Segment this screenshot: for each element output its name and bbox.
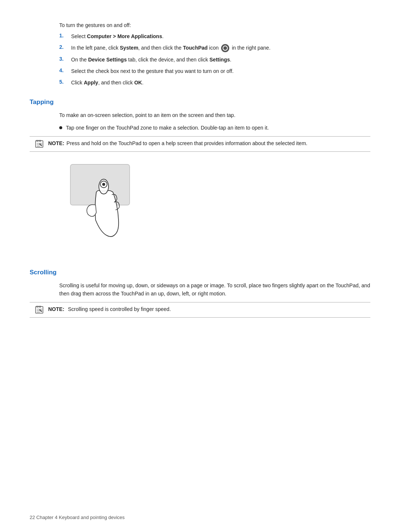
- step-4: 4. Select the check box next to the gest…: [59, 67, 370, 75]
- tapping-note-box: NOTE:Press and hold on the TouchPad to o…: [30, 136, 370, 152]
- scrolling-note-content: Scrolling speed is controlled by finger …: [68, 306, 171, 312]
- tapping-bullet-1: Tap one finger on the TouchPad zone to m…: [59, 124, 370, 132]
- tapping-bullets: Tap one finger on the TouchPad zone to m…: [59, 124, 370, 132]
- step-3-num: 3.: [59, 56, 67, 62]
- footer: 22 Chapter 4 Keyboard and pointing devic…: [30, 515, 125, 520]
- tapping-heading: Tapping: [30, 98, 370, 106]
- step-4-num: 4.: [59, 67, 67, 73]
- note-icon: [34, 140, 45, 148]
- scrolling-note-icon: [34, 305, 45, 314]
- intro-text: To turn the gestures on and off:: [59, 22, 370, 28]
- step-2-text: In the left pane, click System, and then…: [71, 44, 270, 52]
- step-3: 3. On the Device Settings tab, click the…: [59, 56, 370, 64]
- footer-text: 22 Chapter 4 Keyboard and pointing devic…: [30, 515, 125, 520]
- touchpad-icon: [221, 44, 229, 52]
- scrolling-note-text: NOTE: Scrolling speed is controlled by f…: [48, 305, 171, 313]
- bullet-dot: [59, 126, 62, 129]
- step-1-text: Select Computer > More Applications.: [71, 33, 164, 40]
- step-3-text: On the Device Settings tab, click the de…: [71, 56, 231, 64]
- step-5: 5. Click Apply, and then click OK.: [59, 79, 370, 87]
- step-5-num: 5.: [59, 79, 67, 85]
- tapping-note-label: NOTE:: [48, 140, 64, 146]
- tapping-bullet-1-text: Tap one finger on the TouchPad zone to m…: [66, 124, 269, 132]
- step-2-num: 2.: [59, 44, 67, 50]
- step-1-num: 1.: [59, 33, 67, 39]
- scrolling-body: Scrolling is useful for moving up, down,…: [59, 281, 370, 298]
- tapping-image: [67, 161, 141, 257]
- tapping-note-text: NOTE:Press and hold on the TouchPad to o…: [48, 140, 307, 147]
- step-4-text: Select the check box next to the gesture…: [71, 67, 234, 75]
- scrolling-heading: Scrolling: [30, 269, 370, 276]
- numbered-steps: 1. Select Computer > More Applications. …: [59, 33, 370, 87]
- scrolling-note-box: NOTE: Scrolling speed is controlled by f…: [30, 302, 370, 318]
- step-1: 1. Select Computer > More Applications.: [59, 33, 370, 40]
- step-5-text: Click Apply, and then click OK.: [71, 79, 143, 87]
- step-2: 2. In the left pane, click System, and t…: [59, 44, 370, 52]
- tapping-intro: To make an on-screen selection, point to…: [59, 111, 370, 119]
- svg-point-11: [102, 183, 105, 186]
- scrolling-note-label: NOTE:: [48, 306, 64, 312]
